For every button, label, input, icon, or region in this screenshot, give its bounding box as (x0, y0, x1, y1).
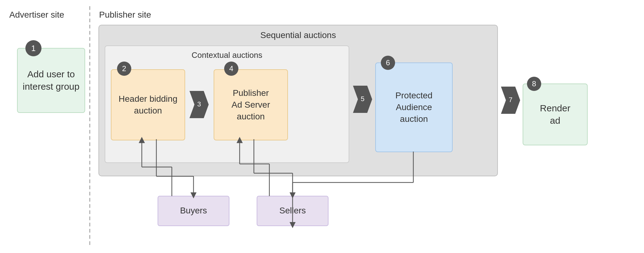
step1-label: Add user tointerest group (23, 68, 79, 93)
sequential-label: Sequential auctions (99, 25, 497, 40)
sequential-outer: Sequential auctions Contextual auctions … (98, 25, 498, 176)
chevron-5: 5 (353, 86, 372, 114)
contextual-label: Contextual auctions (105, 46, 349, 60)
svg-text:3: 3 (197, 100, 201, 108)
badge-6: 6 (381, 56, 395, 70)
svg-rect-21 (257, 196, 328, 226)
render-ad-box: Renderad (523, 84, 588, 145)
publisher-site-label: Publisher site (99, 10, 151, 20)
chevron-3: 3 (189, 91, 209, 119)
badge-4: 4 (224, 62, 238, 76)
chevron-7: 7 (501, 87, 520, 115)
svg-text:Sellers: Sellers (279, 206, 306, 215)
badge-1: 1 (25, 40, 41, 56)
publisher-ad-server-box: PublisherAd Serverauction (214, 69, 288, 140)
advertiser-site-label: Advertiser site (9, 10, 64, 20)
svg-text:7: 7 (509, 96, 512, 104)
svg-text:Buyers: Buyers (180, 206, 207, 215)
badge-2: 2 (117, 62, 131, 76)
svg-rect-19 (158, 196, 229, 226)
protected-audience-box: ProtectedAudienceauction (375, 62, 453, 152)
contextual-inner: Contextual auctions 2 Header biddingauct… (105, 45, 349, 163)
svg-text:5: 5 (361, 95, 364, 103)
header-bidding-box: Header biddingauction (111, 69, 185, 140)
badge-8: 8 (527, 77, 541, 91)
step1-box: Add user tointerest group (17, 48, 85, 113)
